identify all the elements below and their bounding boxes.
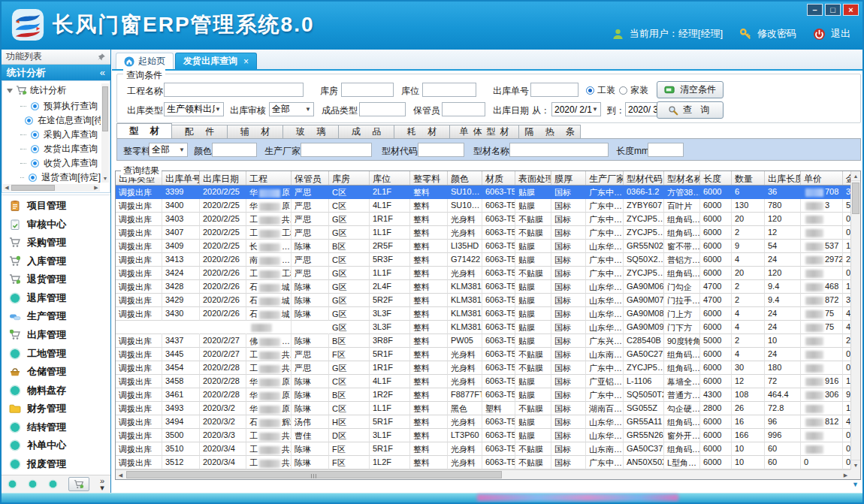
column-header-型材代码[interactable]: 型材代码: [624, 171, 664, 185]
expander-icon[interactable]: [7, 89, 13, 93]
collapsed-module-dot-icon[interactable]: [28, 479, 38, 489]
sidebar-section-statistics[interactable]: 统计分析 «: [2, 65, 110, 80]
collapsed-cart-button[interactable]: [68, 477, 89, 491]
material-tab-玻璃[interactable]: 玻 璃: [283, 125, 339, 139]
table-row[interactable]: 调拨出库34282020/2/26石城陈琳G区2L4F整料KLM38176063…: [116, 280, 850, 294]
sidebar-item-审核中心[interactable]: 审核中心: [2, 216, 110, 233]
column-header-颜色[interactable]: 颜色: [448, 171, 482, 185]
collapsed-module-dot-icon[interactable]: [48, 479, 58, 489]
column-header-长度[interactable]: 长度: [700, 171, 732, 185]
warehouse-input[interactable]: [341, 83, 394, 97]
table-row[interactable]: 调拨出库34002020/2/25华原…严思C区4L1F整料SU10…6063-…: [116, 199, 850, 213]
sidebar-item-退货管理[interactable]: 退货管理: [2, 271, 110, 288]
column-header-生产厂家[interactable]: 生产厂家: [586, 171, 624, 185]
sidebar-item-财务管理[interactable]: 财务管理: [2, 400, 110, 417]
table-row[interactable]: 调拨出库34032020/2/25工共工程严思G区1R1F整料光身料6063-T…: [116, 213, 850, 226]
profile-code-input[interactable]: [418, 143, 464, 157]
scrollbar-thumb[interactable]: [126, 471, 502, 478]
table-row[interactable]: G区3L3F整料KLM38176063-T5贴膜国标山东华…GA90M09…门下…: [116, 321, 850, 334]
table-row[interactable]: 调拨出库34072020/2/25工工程严思G区1L1F整料光身料6063-T5…: [116, 226, 850, 240]
sidebar-item-采购管理[interactable]: 采购管理: [2, 234, 110, 251]
scroll-down-icon[interactable]: ▼: [101, 175, 109, 183]
sidebar-item-结转管理[interactable]: 结转管理: [2, 419, 110, 436]
table-row[interactable]: 调拨出库35102020/3/4工共工程陈琳F区5R1F整料光身料6063-T5…: [116, 442, 850, 456]
column-header-库位[interactable]: 库位: [370, 171, 410, 185]
column-header-库房[interactable]: 库房: [329, 171, 370, 185]
sidebar-item-仓储管理[interactable]: 仓储管理: [2, 364, 110, 380]
table-horizontal-scrollbar[interactable]: ◀ ▶: [116, 469, 850, 479]
radio-gongzhuang[interactable]: 工装: [586, 84, 615, 97]
column-header-膜厚[interactable]: 膜厚: [551, 171, 586, 185]
product-type-input[interactable]: [359, 102, 406, 116]
scroll-right-icon[interactable]: ▶: [92, 184, 100, 192]
keeper-input[interactable]: [442, 102, 485, 116]
table-row[interactable]: 调拨出库35122020/3/4工共工程陈琳F区1L2F整料光身料6063-T5…: [116, 456, 850, 469]
tree-item-预算执行查询[interactable]: 预算执行查询: [2, 99, 101, 113]
column-header-型材名称[interactable]: 型材名称: [664, 171, 700, 185]
project-name-input[interactable]: [164, 83, 304, 97]
column-header-单价[interactable]: 单价: [801, 171, 843, 185]
table-row[interactable]: 调拨出库34452020/2/27工共工程严思F区5R1F整料光身料6063-T…: [116, 348, 850, 361]
collapse-icon[interactable]: «: [100, 67, 105, 78]
table-row[interactable]: 调拨出库33992020/2/25华原…严思C区2L1F整料SU10…6063-…: [116, 186, 850, 199]
table-row[interactable]: 调拨出库34542020/2/28工共工程严思G区1R1F整料光身料6063-T…: [116, 361, 850, 375]
color-input[interactable]: [212, 143, 257, 157]
sidebar-item-物料盘存[interactable]: 物料盘存: [2, 382, 110, 399]
column-header-工程[interactable]: 工程: [246, 171, 292, 185]
tree-item-发货出库查询[interactable]: 发货出库查询: [2, 142, 101, 156]
order-no-input[interactable]: [530, 83, 579, 97]
table-row[interactable]: 调拨出库34372020/2/27佛…陈琳B区3R8F整料PW056063-T5…: [116, 334, 850, 348]
table-row[interactable]: 调拨出库34582020/2/28华原…陈琳C区4L1F整料光身料6063-T5…: [116, 375, 850, 388]
column-header-材质[interactable]: 材质: [482, 171, 515, 185]
tab-home[interactable]: 起始页: [116, 53, 174, 69]
date-from-picker[interactable]: 2020/ 2/16▼: [551, 102, 601, 116]
sidebar-item-报废管理[interactable]: 报废管理: [2, 456, 110, 472]
location-input[interactable]: [422, 83, 476, 97]
column-header-金[interactable]: 金: [843, 171, 850, 185]
table-row[interactable]: 调拨出库34612020/2/28华原…陈琳B区1R2F整料F8877FT606…: [116, 388, 850, 402]
radio-jiazhuang[interactable]: 家装: [619, 84, 648, 97]
tree-item-退货查询待定[interactable]: 退货查询[待定]: [2, 171, 101, 183]
table-row[interactable]: 调拨出库35002020/3/3工共工程曹佳D区3L1F整料LT3P606063…: [116, 429, 850, 442]
pin-icon[interactable]: [97, 53, 106, 62]
manufacturer-input[interactable]: [301, 143, 372, 157]
scrollbar-thumb[interactable]: [102, 86, 108, 131]
table-row[interactable]: 调拨出库34942020/3/2石辉城汤伟H区5R1F整料光身料6063-T5贴…: [116, 415, 850, 429]
profile-name-input[interactable]: [509, 143, 609, 157]
material-tab-隔热条[interactable]: 隔 热 条: [519, 125, 581, 139]
table-vertical-scrollbar[interactable]: ▲ ▼: [850, 171, 860, 469]
logout-link[interactable]: 退出: [831, 27, 850, 41]
table-row[interactable]: 调拨出库34132020/2/26南…严思C区5R3F整料G714226063-…: [116, 253, 850, 267]
material-tab-单体型材[interactable]: 单体型材: [450, 125, 519, 139]
scrollbar-thumb[interactable]: [852, 183, 859, 214]
outbound-type-select[interactable]: 生产领料出库▼: [164, 102, 224, 116]
table-row[interactable]: 调拨出库34932020/3/2华原…陈琳C区1L1F整料黑色塑料不贴膜国标湖南…: [116, 402, 850, 415]
scroll-left-icon[interactable]: ◀: [116, 470, 125, 479]
close-tab-icon[interactable]: ×: [243, 56, 249, 67]
search-button[interactable]: 查 询: [657, 101, 724, 119]
minimize-button[interactable]: –: [807, 4, 823, 16]
material-tab-辅材[interactable]: 辅 材: [228, 125, 283, 139]
sidebar-item-出库管理[interactable]: 出库管理: [2, 327, 110, 343]
tree-item-在途信息查询待[interactable]: 在途信息查询[待: [2, 113, 101, 128]
sidebar-item-补单中心[interactable]: 补单中心: [2, 437, 110, 454]
collapsed-module-dot-icon[interactable]: [8, 479, 17, 489]
scroll-down-icon[interactable]: ▼: [851, 460, 860, 469]
length-input[interactable]: [648, 143, 684, 157]
whole-part-select[interactable]: 全部▼: [149, 143, 188, 157]
column-header-数量[interactable]: 数量: [732, 171, 765, 185]
table-row[interactable]: 调拨出库34302020/2/26石城陈琳G区3L3F整料KLM38176063…: [116, 307, 850, 321]
table-row[interactable]: 调拨出库34092020/2/25长…陈琳B区2R5F整料LI35HD6063-…: [116, 240, 850, 253]
sidebar-item-项目管理[interactable]: 项目管理: [2, 198, 110, 214]
scroll-up-icon[interactable]: ▲: [851, 171, 860, 181]
tab-overflow-chevron-icon[interactable]: ▼: [852, 481, 859, 488]
audit-select[interactable]: 全部▼: [269, 102, 314, 116]
sidebar-item-工地管理[interactable]: 工地管理: [2, 346, 110, 362]
table-row[interactable]: 调拨出库34292020/2/26石城陈琳G区5R2F整料KLM38176063…: [116, 294, 850, 307]
column-header-出库长度[interactable]: 出库长度: [765, 171, 801, 185]
scrollbar-thumb[interactable]: [11, 185, 55, 191]
material-tab-配件[interactable]: 配 件: [172, 125, 228, 139]
sidebar-more-chevron[interactable]: »▾: [100, 478, 104, 491]
tree-item-采购入库查询[interactable]: 采购入库查询: [2, 128, 101, 142]
material-tab-耗材[interactable]: 耗 材: [394, 125, 450, 139]
